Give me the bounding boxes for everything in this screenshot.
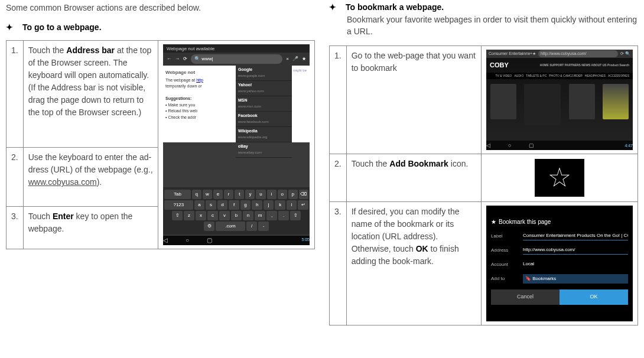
key[interactable]: c — [207, 211, 218, 220]
key[interactable]: - — [258, 222, 269, 231]
account-field[interactable]: Local — [523, 261, 628, 268]
section-heading-bookmark: ✦ To bookmark a webpage. — [329, 2, 638, 12]
section-heading-goto: ✦ To go to a webpage. — [6, 22, 315, 32]
acct-lbl: Account — [491, 261, 518, 268]
nav-bar: ◁ ○ ▢ 5:05 — [163, 236, 310, 245]
key[interactable]: s — [206, 200, 216, 210]
key[interactable]: / — [246, 222, 257, 231]
key[interactable]: a — [194, 200, 205, 210]
key[interactable]: e — [213, 190, 223, 199]
key[interactable]: t — [235, 190, 244, 199]
key[interactable]: y — [245, 190, 255, 199]
step-text: If desired, you can modify the name of t… — [346, 202, 481, 326]
home-nav-icon: ○ — [186, 236, 189, 245]
screenshot-cell: Webpage not available ← → ⟳ 🔍 www| × 🎤 ★… — [158, 40, 315, 249]
key[interactable]: p — [288, 190, 298, 199]
step-text: Use the keyboard to enter the ad-dress (… — [23, 148, 158, 206]
key[interactable]: ?123 — [164, 200, 193, 210]
cancel-button[interactable]: Cancel — [491, 289, 560, 305]
key[interactable]: b — [231, 211, 242, 220]
url-bar: ← → ⟳ 🔍 www| × 🎤 ★ — [163, 53, 310, 66]
left-column: Some common Browser actions are describe… — [6, 2, 315, 326]
key[interactable]: f — [229, 200, 239, 210]
key[interactable]: x — [196, 211, 206, 220]
key[interactable]: d — [217, 200, 228, 210]
key[interactable]: g — [240, 200, 251, 210]
addr-lbl: Address — [491, 247, 518, 254]
key[interactable]: v — [219, 211, 230, 220]
browser-screenshot: Webpage not available ← → ⟳ 🔍 www| × 🎤 ★… — [163, 44, 310, 245]
heading-text: To go to a webpage. — [22, 22, 102, 32]
heading-subtext: Bookmark your favorite webpages in order… — [347, 14, 638, 37]
back-nav-icon: ◁ — [163, 236, 168, 245]
coby-site-screenshot: Consumer Entertainment… + ★ http://www.c… — [486, 50, 633, 150]
key[interactable]: r — [224, 190, 233, 199]
reload-icon: ⟳ — [183, 56, 187, 63]
step-text: Touch the Address bar at the top of the … — [23, 40, 158, 148]
key[interactable]: u — [256, 190, 265, 199]
star-icon: ★ — [491, 217, 496, 226]
onscreen-keyboard[interactable]: Tabqwertyuiop⌫?123asdfghjkl↵⇧zxcvbnm,.⇧⚙… — [163, 187, 310, 235]
step-num: 3. — [6, 206, 24, 249]
forward-icon: → — [175, 56, 180, 63]
key[interactable]: ↵ — [298, 200, 308, 210]
bookmark-icon[interactable]: ★ — [532, 51, 536, 57]
back-icon: ← — [167, 56, 171, 63]
address-input[interactable]: 🔍 www| — [191, 54, 282, 64]
key[interactable]: Tab — [164, 190, 191, 199]
hint-text: might be — [292, 66, 310, 142]
coby-url: http://www.cobyusa.com/ — [538, 50, 618, 58]
star-bullet-icon: ✦ — [6, 22, 13, 32]
step-text: Touch Enter key to open the webpage. — [23, 206, 158, 249]
coby-logo: COBY — [490, 60, 509, 70]
key[interactable]: , — [266, 211, 277, 220]
key[interactable]: m — [255, 211, 265, 220]
close-icon: × — [286, 56, 289, 63]
key[interactable]: w — [203, 190, 212, 199]
key[interactable]: k — [275, 200, 285, 210]
heading-text: To bookmark a webpage. — [346, 2, 444, 12]
ok-button[interactable]: OK — [560, 289, 628, 305]
category-nav: TV & VIDEOAUDIOTABLETS & PCPHOTO & CAMCO… — [486, 73, 633, 80]
clock: 5:05 — [301, 237, 310, 243]
intro-text: Some common Browser actions are describe… — [6, 2, 315, 14]
nav-bar: ◁○▢ 4:47 — [486, 142, 633, 150]
screenshot-cell: Consumer Entertainment… + ★ http://www.c… — [482, 46, 638, 154]
error-page: Webpage not The webpage at http temporar… — [163, 66, 236, 142]
key[interactable]: o — [278, 190, 287, 199]
bookmark-dialog-screenshot: ★ Bookmark this page LabelConsumer Enter… — [486, 206, 633, 321]
label-lbl: Label — [491, 233, 518, 240]
star-bullet-icon: ✦ — [329, 2, 336, 12]
key[interactable]: ⇧ — [290, 211, 301, 220]
step-num: 2. — [6, 148, 24, 206]
bookmark-icon: ★ — [302, 56, 306, 63]
step-text: Go to the web-page that you want to book… — [346, 46, 481, 154]
label-field[interactable]: Consumer Entertainment Products On the G… — [523, 232, 628, 240]
key[interactable]: l — [287, 200, 297, 210]
key[interactable]: ⇧ — [172, 211, 183, 220]
bookmark-table: 1. Go to the web-page that you want to b… — [329, 45, 638, 326]
key[interactable]: j — [264, 200, 274, 210]
key[interactable]: h — [252, 200, 262, 210]
step-text: Touch the Add Bookmark icon. — [346, 154, 481, 202]
addto-field[interactable]: 🔖 Bookmarks — [523, 274, 628, 284]
address-field[interactable]: http://www.cobyusa.com/ — [523, 246, 628, 255]
suggestion-dropdown: Googlewww.google.comYahoo!www.yahoo.comM… — [236, 66, 292, 142]
mic-icon: 🎤 — [292, 56, 298, 63]
key[interactable]: ⚙ — [204, 222, 214, 231]
key[interactable]: ⌫ — [299, 190, 308, 199]
product-showcase — [486, 79, 633, 130]
key[interactable]: . — [278, 211, 289, 220]
key[interactable]: n — [243, 211, 253, 220]
browser-chrome: Consumer Entertainment… + ★ http://www.c… — [486, 50, 633, 58]
step-num: 1. — [6, 40, 24, 148]
tab-title: Webpage not available — [163, 44, 310, 53]
key[interactable]: i — [267, 190, 277, 199]
key[interactable]: z — [184, 211, 194, 220]
addto-lbl: Add to — [491, 275, 518, 282]
key[interactable]: .com — [216, 222, 245, 231]
key[interactable]: q — [192, 190, 201, 199]
dialog-title: ★ Bookmark this page — [491, 217, 628, 226]
screenshot-cell — [482, 154, 638, 202]
recent-nav-icon: ▢ — [207, 236, 212, 245]
